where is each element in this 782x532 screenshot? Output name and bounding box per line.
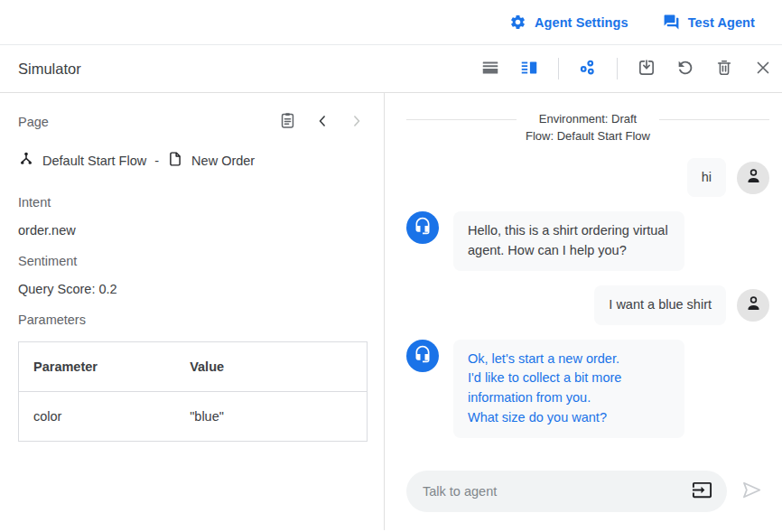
chat-bubbles-icon bbox=[663, 14, 680, 31]
divider-line bbox=[659, 119, 769, 120]
environment-header: Environment: Draft Flow: Default Start F… bbox=[406, 111, 769, 145]
flow-label: Flow: Default Start Flow bbox=[526, 128, 650, 145]
prev-icon bbox=[313, 112, 331, 133]
delete-icon bbox=[714, 58, 734, 80]
talk-pill bbox=[406, 471, 727, 512]
chat-panel: Environment: Draft Flow: Default Start F… bbox=[385, 93, 782, 530]
user-message-bubble: I want a blue shirt bbox=[594, 285, 726, 325]
simulator-toolbar bbox=[479, 56, 775, 82]
flow-graph-icon bbox=[578, 58, 598, 80]
prev-turn-button[interactable] bbox=[312, 110, 333, 135]
user-message-bubble: hi bbox=[687, 158, 726, 198]
response-view-icon bbox=[480, 58, 500, 80]
parameter-column-header: Parameter bbox=[19, 342, 176, 392]
flow-graph-button[interactable] bbox=[576, 56, 600, 82]
agent-settings-button[interactable]: Agent Settings bbox=[509, 14, 628, 31]
flow-page-separator: - bbox=[154, 154, 159, 168]
save-test-case-button[interactable] bbox=[635, 56, 658, 82]
next-icon bbox=[348, 112, 366, 133]
delete-button[interactable] bbox=[712, 56, 736, 82]
test-agent-label: Test Agent bbox=[688, 15, 755, 30]
user-icon bbox=[744, 166, 763, 189]
agent-icon bbox=[414, 345, 432, 367]
send-icon bbox=[740, 478, 764, 505]
agent-message-bubble: Ok, let's start a new order. I'd like to… bbox=[453, 340, 684, 438]
split-view-icon bbox=[519, 58, 539, 80]
copy-icon bbox=[278, 111, 297, 133]
flow-icon bbox=[18, 151, 34, 170]
agent-message-bubble: Hello, this is a shirt ordering virtual … bbox=[453, 211, 684, 271]
parameter-name-cell: color bbox=[19, 392, 176, 442]
top-bar: Agent Settings Test Agent bbox=[0, 0, 782, 45]
sentiment-label: Sentiment bbox=[18, 254, 368, 268]
value-column-header: Value bbox=[175, 342, 367, 392]
save-test-case-icon bbox=[637, 58, 656, 80]
enter-button[interactable] bbox=[690, 478, 714, 505]
reset-icon bbox=[675, 58, 695, 80]
parameter-value-cell: "blue" bbox=[175, 392, 367, 442]
user-message-row: hi bbox=[406, 158, 769, 198]
parameters-table: Parameter Value color "blue" bbox=[18, 341, 368, 442]
avatar bbox=[737, 289, 769, 322]
talk-to-agent-input[interactable] bbox=[423, 484, 690, 499]
gear-icon bbox=[509, 14, 526, 31]
table-row: color "blue" bbox=[19, 392, 368, 442]
page-name[interactable]: New Order bbox=[191, 154, 255, 168]
intent-value: order.new bbox=[18, 223, 368, 238]
agent-message-row: Ok, let's start a new order. I'd like to… bbox=[406, 340, 769, 438]
intent-label: Intent bbox=[18, 195, 368, 210]
send-button[interactable] bbox=[740, 478, 764, 505]
test-agent-button[interactable]: Test Agent bbox=[663, 14, 755, 31]
agent-avatar bbox=[406, 340, 439, 372]
simulator-title: Simulator bbox=[18, 61, 81, 78]
simulator-header: Simulator bbox=[0, 45, 782, 93]
agent-avatar bbox=[406, 211, 439, 244]
agent-message-line: I'd like to collect a bit more informati… bbox=[468, 369, 670, 408]
next-turn-button[interactable] bbox=[346, 110, 368, 135]
user-icon bbox=[744, 294, 763, 316]
enter-icon bbox=[692, 480, 712, 503]
main-content: Page Default Start Flow - New Order Inte… bbox=[0, 93, 782, 530]
agent-icon bbox=[414, 217, 432, 238]
diagnostics-panel: Page Default Start Flow - New Order Inte… bbox=[0, 93, 385, 530]
sentiment-value: Query Score: 0.2 bbox=[18, 282, 368, 296]
toolbar-divider bbox=[558, 58, 559, 79]
flow-name[interactable]: Default Start Flow bbox=[42, 154, 146, 168]
agent-message-line: What size do you want? bbox=[468, 408, 670, 428]
toolbar-divider bbox=[617, 58, 618, 79]
avatar bbox=[737, 162, 769, 194]
page-icon bbox=[167, 151, 183, 170]
environment-label: Environment: Draft bbox=[526, 111, 650, 128]
reset-button[interactable] bbox=[674, 56, 697, 82]
parameters-label: Parameters bbox=[18, 313, 368, 327]
close-icon bbox=[753, 58, 773, 80]
user-message-row: I want a blue shirt bbox=[406, 285, 769, 325]
copy-button[interactable] bbox=[276, 109, 299, 135]
agent-settings-label: Agent Settings bbox=[535, 15, 628, 30]
page-label: Page bbox=[18, 115, 49, 129]
chat-input-row bbox=[406, 471, 769, 512]
close-simulator-button[interactable] bbox=[751, 56, 775, 82]
table-header-row: Parameter Value bbox=[19, 342, 368, 392]
agent-message-row: Hello, this is a shirt ordering virtual … bbox=[406, 211, 769, 271]
divider-line bbox=[406, 119, 517, 120]
split-view-button[interactable] bbox=[517, 56, 541, 82]
agent-message-line: Ok, let's start a new order. bbox=[468, 350, 670, 369]
response-view-button[interactable] bbox=[479, 56, 502, 82]
